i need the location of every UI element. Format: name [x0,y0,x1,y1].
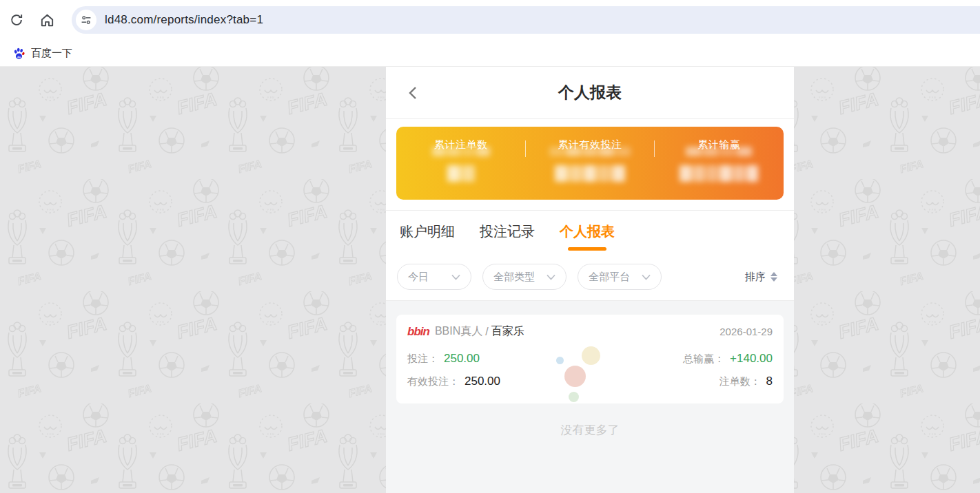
report-card-row: 投注： 250.00 总输赢： +140.00 [407,352,773,366]
tab-bet-records[interactable]: 投注记录 [480,222,535,256]
chevron-left-icon [407,86,420,100]
stat-label: 累计有效投注 [558,138,622,151]
page-background: F F B FIFA FIFA 个人报表 [0,67,980,493]
stat-label: 累计注单数 [434,138,488,151]
bbin-logo: bbin [407,325,429,339]
chevron-down-icon [451,274,460,280]
tab-personal-report[interactable]: 个人报表 [560,222,615,256]
browser-toolbar: ld48.com/reports/index?tab=1 [0,0,980,40]
bet-label: 投注： [407,353,438,366]
reload-button[interactable] [4,8,29,32]
tab-underline [408,247,447,251]
censored-value [447,165,475,182]
tune-icon [81,14,92,25]
home-button[interactable] [34,8,59,32]
url-text[interactable]: ld48.com/reports/index?tab=1 [105,13,263,27]
page-title: 个人报表 [558,82,622,103]
game-name: 百家乐 [491,324,524,339]
sort-label: 排序 [745,271,766,284]
watermark-dot [569,392,579,402]
stats-summary-card: 累计注单数 累计有效投注 累计输赢 [396,127,784,200]
bookmark-baidu[interactable]: du 百度一下 [7,44,78,63]
tab-underline-active [568,247,606,251]
type-filter-dropdown[interactable]: 全部类型 [482,264,566,290]
svg-text:du: du [17,54,21,58]
tab-account-details[interactable]: 账户明细 [400,222,455,256]
report-card[interactable]: bbin BBIN真人 / 百家乐 2026-01-29 投注： 250.00 … [396,315,784,403]
back-button[interactable] [404,83,423,103]
home-icon [39,12,55,28]
report-date: 2026-01-29 [719,326,773,337]
total-winloss-label: 总输赢： [683,353,724,366]
chevron-down-icon [547,274,555,280]
provider-name: BBIN真人 [435,324,482,339]
filter-bar: 今日 全部类型 全部平台 排序 [386,256,794,301]
chevron-down-icon [642,274,651,280]
address-bar[interactable]: ld48.com/reports/index?tab=1 [72,6,980,34]
sort-arrows-icon [770,272,777,282]
separator: / [485,326,488,338]
no-more-text: 没有更多了 [396,422,784,438]
divider [654,140,655,157]
tab-bar: 账户明细 投注记录 个人报表 [386,211,794,256]
stats-section: 累计注单数 累计有效投注 累计输赢 [386,119,794,211]
valid-bet-label: 有效投注： [407,375,459,388]
tab-label: 个人报表 [560,224,615,239]
report-card-header: bbin BBIN真人 / 百家乐 2026-01-29 [407,324,773,339]
tab-label: 投注记录 [480,224,535,239]
date-filter-dropdown[interactable]: 今日 [397,264,471,290]
tab-underline [488,247,527,251]
sort-control[interactable]: 排序 [745,271,783,284]
total-winloss-value: +140.00 [730,352,773,366]
dropdown-label: 今日 [408,271,429,284]
divider [525,140,526,157]
censored-value [680,165,758,182]
stat-total-bets: 累计注单数 [396,127,525,200]
valid-bet-value: 250.00 [465,375,500,388]
report-panel: 个人报表 累计注单数 累计有效投注 累计输赢 [386,67,794,493]
report-card-row: 有效投注： 250.00 注单数： 8 [407,375,773,388]
report-list: bbin BBIN真人 / 百家乐 2026-01-29 投注： 250.00 … [386,301,794,493]
baidu-paw-icon: du [12,47,25,60]
dropdown-label: 全部平台 [589,271,630,284]
bet-count-value: 8 [766,375,773,388]
bookmark-label: 百度一下 [31,47,72,60]
bet-count-label: 注单数： [719,375,761,388]
tab-label: 账户明细 [400,224,455,239]
bookmarks-bar: du 百度一下 [0,40,980,67]
page-header: 个人报表 [386,67,794,119]
platform-filter-dropdown[interactable]: 全部平台 [578,264,662,290]
stat-total-winloss: 累计输赢 [655,127,784,200]
site-info-button[interactable] [76,10,96,30]
stat-label: 累计输赢 [697,138,740,151]
censored-value [555,165,625,182]
bet-value: 250.00 [444,352,480,366]
dropdown-label: 全部类型 [493,271,535,284]
stat-valid-bet-amount: 累计有效投注 [525,127,654,200]
reload-icon [9,12,24,28]
